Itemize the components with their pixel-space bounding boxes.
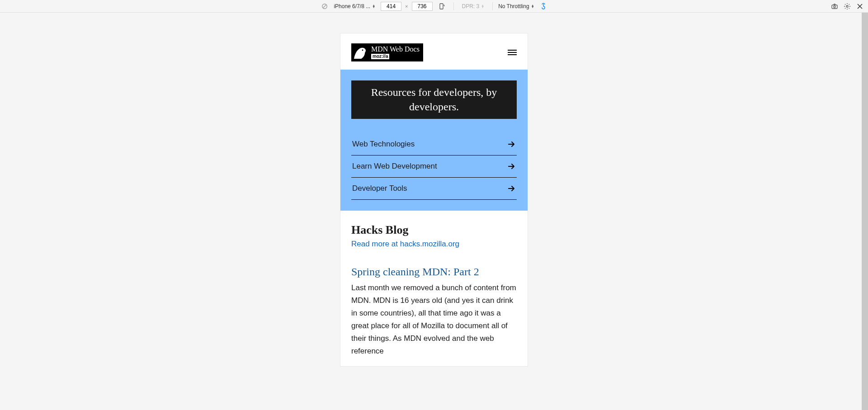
svg-point-9: [362, 50, 363, 51]
responsive-viewport-area: MDN Web Docs moz://a Resources for devel…: [0, 13, 868, 410]
sort-arrows-icon: ▲▼: [372, 5, 375, 8]
logo-text-stack: MDN Web Docs moz://a: [369, 43, 423, 61]
outer-scrollbar-thumb[interactable]: [862, 13, 868, 410]
viewport-width-input[interactable]: [381, 2, 401, 11]
hero-nav-list: Web Technologies Learn Web Development D…: [351, 119, 517, 211]
dino-logo-icon: [351, 43, 369, 61]
logo-main-text: MDN Web Docs: [370, 46, 421, 54]
outer-scrollbar[interactable]: [862, 13, 868, 410]
rotate-device-icon[interactable]: [438, 3, 445, 10]
sort-arrows-icon: ▲▼: [531, 5, 534, 8]
throttling-selector[interactable]: No Throttling ▲▼: [498, 3, 534, 9]
camera-icon[interactable]: [831, 3, 838, 10]
no-signal-icon: [321, 3, 328, 10]
blog-heading: Hacks Blog: [351, 223, 517, 237]
dimension-separator: ×: [404, 4, 409, 9]
nav-item-developer-tools[interactable]: Developer Tools: [351, 178, 517, 200]
nav-item-label: Web Technologies: [352, 140, 415, 149]
nav-item-learn-web-development[interactable]: Learn Web Development: [351, 156, 517, 178]
svg-point-5: [846, 5, 848, 7]
throttling-label: No Throttling: [498, 3, 529, 9]
svg-rect-3: [832, 5, 837, 9]
hamburger-menu-icon[interactable]: [508, 50, 517, 55]
sort-arrows-icon: ▲▼: [481, 5, 484, 8]
svg-line-1: [323, 5, 326, 8]
gear-icon[interactable]: [844, 3, 851, 10]
svg-rect-2: [440, 4, 443, 9]
device-name: iPhone 6/7/8 ...: [334, 3, 370, 9]
device-scroll-container[interactable]: MDN Web Docs moz://a Resources for devel…: [340, 33, 528, 366]
blog-readmore-link[interactable]: Read more at hacks.mozilla.org: [351, 240, 517, 249]
devtools-toolbar-center: iPhone 6/7/8 ... ▲▼ × DPR: 3 ▲▼ No Throt…: [321, 2, 547, 11]
blog-section: Hacks Blog Read more at hacks.mozilla.or…: [340, 211, 528, 366]
nav-item-label: Developer Tools: [352, 184, 407, 193]
devtools-toolbar-right: [831, 3, 863, 10]
devtools-toolbar: iPhone 6/7/8 ... ▲▼ × DPR: 3 ▲▼ No Throt…: [0, 0, 868, 13]
page-header: MDN Web Docs moz://a: [340, 33, 528, 70]
nav-item-label: Learn Web Development: [352, 162, 437, 171]
nav-item-web-technologies[interactable]: Web Technologies: [351, 133, 517, 156]
separator: [453, 2, 454, 10]
dpr-selector[interactable]: DPR: 3 ▲▼: [459, 2, 487, 10]
separator: [492, 2, 493, 10]
mdn-logo[interactable]: MDN Web Docs moz://a: [351, 43, 423, 61]
dpr-label: DPR: 3: [462, 3, 480, 9]
arrow-right-icon: [507, 162, 516, 171]
arrow-right-icon: [507, 140, 516, 149]
svg-point-4: [834, 6, 835, 8]
touch-simulation-icon[interactable]: [540, 3, 547, 10]
blog-post-excerpt: Last month we removed a bunch of content…: [351, 282, 517, 358]
viewport-height-input[interactable]: [412, 2, 433, 11]
hero-title: Resources for developers, by developers.: [351, 80, 517, 119]
blog-post-title-link[interactable]: Spring cleaning MDN: Part 2: [351, 266, 517, 278]
close-icon[interactable]: [856, 3, 863, 10]
logo-sub-text: moz://a: [371, 54, 389, 59]
arrow-right-icon: [507, 184, 516, 193]
device-frame: MDN Web Docs moz://a Resources for devel…: [340, 33, 528, 366]
device-selector[interactable]: iPhone 6/7/8 ... ▲▼: [331, 2, 378, 10]
hero-section: Resources for developers, by developers.…: [340, 70, 528, 211]
